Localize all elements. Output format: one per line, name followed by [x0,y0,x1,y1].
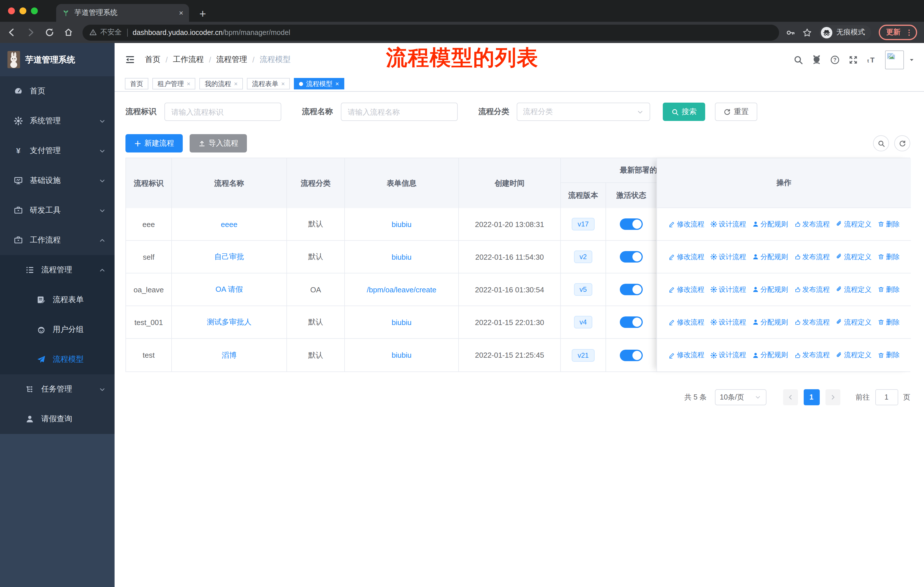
action-edit-link[interactable]: 修改流程 [668,219,704,229]
next-page-button[interactable] [825,389,840,405]
action-deploy-link[interactable]: 发布流程 [794,252,830,262]
create-model-button[interactable]: 新建流程 [125,134,183,152]
close-icon[interactable]: × [234,81,238,87]
sidebar-item-5[interactable]: 工作流程 [0,225,115,255]
app-logo[interactable]: 芋道管理系统 [0,43,115,76]
bookmark-star-icon[interactable] [803,28,812,37]
action-assign-rule-link[interactable]: 分配规则 [752,284,788,294]
action-delete-link[interactable]: 删除 [877,252,900,262]
tab-tag-3[interactable]: 流程表单× [247,78,290,89]
update-menu-button[interactable]: 更新 [879,25,917,40]
action-design-link[interactable]: 设计流程 [710,219,746,229]
chevron-down-icon[interactable] [909,56,915,63]
sidebar-item-6[interactable]: 流程管理 [0,255,115,285]
close-window-button[interactable] [8,7,15,14]
action-delete-link[interactable]: 删除 [877,219,900,229]
tab-tag-4[interactable]: 流程模型× [294,78,344,89]
action-definition-link[interactable]: 流程定义 [835,219,871,229]
action-assign-rule-link[interactable]: 分配规则 [752,350,788,360]
action-assign-rule-link[interactable]: 分配规则 [752,317,788,327]
sidebar-item-10[interactable]: 任务管理 [0,374,115,404]
close-tab-icon[interactable]: × [179,9,183,17]
action-definition-link[interactable]: 流程定义 [835,252,871,262]
new-tab-button[interactable]: + [200,8,206,20]
active-toggle[interactable] [620,316,643,328]
minimize-window-button[interactable] [20,7,26,14]
action-edit-link[interactable]: 修改流程 [668,284,704,294]
user-avatar[interactable] [885,50,904,69]
action-deploy-link[interactable]: 发布流程 [794,317,830,327]
action-edit-link[interactable]: 修改流程 [668,252,704,262]
page-size-select[interactable]: 10条/页 [714,389,766,405]
close-icon[interactable]: × [281,81,285,87]
goto-page-input[interactable] [875,389,898,405]
sidebar-item-1[interactable]: 系统管理 [0,106,115,136]
sidebar-item-2[interactable]: ¥支付管理 [0,136,115,166]
action-design-link[interactable]: 设计流程 [710,317,746,327]
key-icon[interactable] [786,28,795,37]
sidebar-item-7[interactable]: 流程表单 [0,285,115,315]
active-toggle[interactable] [620,218,643,230]
model-name-link[interactable]: eeee [221,220,238,228]
action-definition-link[interactable]: 流程定义 [835,350,871,360]
action-assign-rule-link[interactable]: 分配规则 [752,252,788,262]
tab-tag-1[interactable]: 租户管理× [152,78,196,89]
prev-page-button[interactable] [783,389,798,405]
reset-button[interactable]: 重置 [715,103,757,121]
action-definition-link[interactable]: 流程定义 [835,284,871,294]
sidebar-item-3[interactable]: 基础设施 [0,166,115,195]
kebab-menu-icon[interactable] [905,28,913,36]
tab-tag-0[interactable]: 首页 [125,78,148,89]
reload-icon[interactable] [45,28,54,37]
import-model-button[interactable]: 导入流程 [190,134,247,152]
search-button[interactable]: 搜索 [663,103,705,121]
sidebar-collapse-icon[interactable] [125,55,135,65]
filter-id-input[interactable] [164,103,281,121]
sidebar-item-4[interactable]: 研发工具 [0,195,115,225]
breadcrumb-item[interactable]: 工作流程 [173,55,204,65]
form-info-link[interactable]: biubiu [391,253,411,261]
breadcrumb-item[interactable]: 流程管理 [216,55,247,65]
form-info-link[interactable]: /bpm/oa/leave/create [367,285,437,294]
action-design-link[interactable]: 设计流程 [710,252,746,262]
action-delete-link[interactable]: 删除 [877,284,900,294]
sidebar-item-8[interactable]: 用户分组 [0,315,115,344]
fullscreen-icon[interactable] [848,55,858,64]
active-toggle[interactable] [620,284,643,295]
form-info-link[interactable]: biubiu [391,220,411,228]
active-toggle[interactable] [620,349,643,361]
sidebar-item-0[interactable]: 首页 [0,76,115,106]
action-deploy-link[interactable]: 发布流程 [794,284,830,294]
forward-icon[interactable] [26,28,36,37]
form-info-link[interactable]: biubiu [391,318,411,326]
tab-tag-2[interactable]: 我的流程× [200,78,243,89]
model-name-link[interactable]: 测试多审批人 [207,317,251,327]
action-assign-rule-link[interactable]: 分配规则 [752,219,788,229]
zoom-window-button[interactable] [31,7,38,14]
action-delete-link[interactable]: 删除 [877,350,900,360]
home-icon[interactable] [64,28,73,37]
refresh-table-button[interactable] [894,135,910,151]
action-deploy-link[interactable]: 发布流程 [794,219,830,229]
breadcrumb-item[interactable]: 首页 [145,55,160,65]
sidebar-item-9[interactable]: 流程模型 [0,344,115,374]
search-icon[interactable] [794,55,803,64]
url-bar[interactable]: 不安全 dashboard.yudao.iocoder.cn/bpm/manag… [82,24,779,40]
github-icon[interactable] [812,55,822,64]
page-number-active[interactable]: 1 [804,389,820,405]
model-name-link[interactable]: 滔博 [222,350,237,360]
filter-name-input[interactable] [341,103,458,121]
close-icon[interactable]: × [187,81,190,87]
action-deploy-link[interactable]: 发布流程 [794,350,830,360]
action-design-link[interactable]: 设计流程 [710,350,746,360]
action-edit-link[interactable]: 修改流程 [668,317,704,327]
form-info-link[interactable]: biubiu [391,351,411,359]
action-definition-link[interactable]: 流程定义 [835,317,871,327]
security-label[interactable]: 不安全 [100,28,122,37]
show-search-button[interactable] [873,135,889,151]
active-toggle[interactable] [620,251,643,263]
help-icon[interactable]: ? [830,55,840,64]
filter-category-select[interactable]: 流程分类 [517,103,650,121]
sidebar-item-11[interactable]: 请假查询 [0,404,115,434]
action-design-link[interactable]: 设计流程 [710,284,746,294]
